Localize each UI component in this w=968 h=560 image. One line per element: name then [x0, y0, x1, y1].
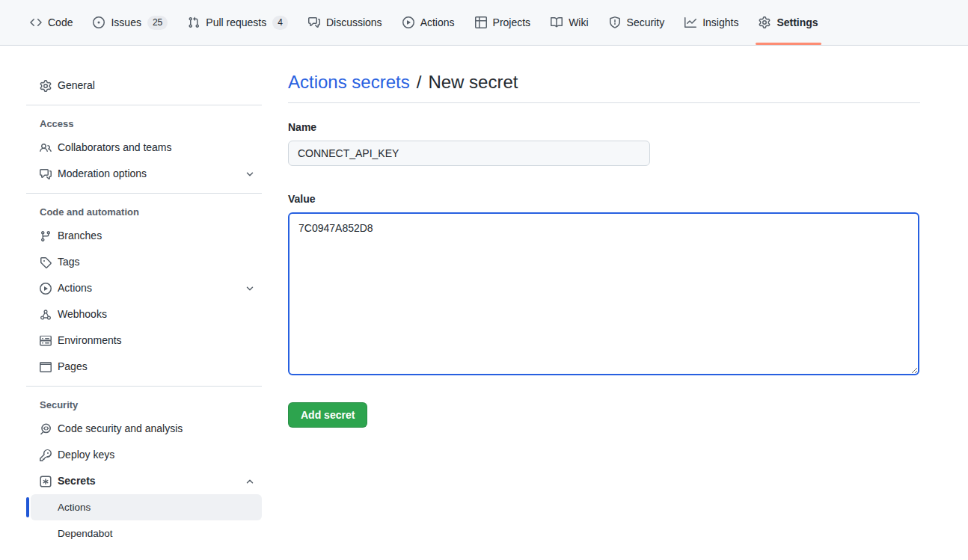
page-title: New secret: [428, 71, 518, 93]
name-label: Name: [288, 120, 920, 135]
value-label: Value: [288, 191, 920, 206]
git-branch-icon: [40, 230, 52, 242]
tab-discussions[interactable]: Discussions: [302, 0, 388, 45]
sidebar-item-label: Pages: [58, 359, 88, 375]
sidebar-section-code-automation: Code and automation: [26, 200, 262, 223]
code-icon: [30, 16, 42, 28]
sidebar-item-label: Deploy keys: [58, 447, 114, 463]
tab-code[interactable]: Code: [24, 0, 79, 45]
asterisk-box-icon: [40, 476, 52, 487]
graph-icon: [684, 16, 696, 28]
sidebar-item-label: Moderation options: [58, 166, 147, 182]
sidebar-item-secrets[interactable]: Secrets: [26, 468, 262, 494]
sidebar-item-label: Environments: [58, 333, 122, 348]
pull-requests-count-badge: 4: [272, 16, 288, 30]
tab-actions[interactable]: Actions: [396, 0, 461, 45]
sidebar-divider: [26, 386, 262, 387]
sidebar-item-moderation-options[interactable]: Moderation options: [26, 161, 262, 187]
tab-label: Discussions: [326, 16, 382, 28]
tab-issues[interactable]: Issues 25: [87, 0, 174, 45]
tab-label: Code: [48, 16, 73, 28]
tab-label: Issues: [111, 16, 141, 28]
tab-label: Wiki: [569, 16, 588, 28]
tab-wiki[interactable]: Wiki: [545, 0, 594, 45]
sidebar-item-code-security[interactable]: Code security and analysis: [26, 416, 262, 442]
repo-nav: Code Issues 25 Pull requests 4 Discussio…: [0, 0, 968, 46]
issues-count-badge: 25: [147, 16, 168, 30]
tab-label: Settings: [776, 16, 818, 28]
sidebar-item-label: Webhooks: [58, 307, 107, 322]
play-icon: [40, 283, 52, 295]
sidebar-item-webhooks[interactable]: Webhooks: [26, 301, 262, 327]
sidebar-subitem-secrets-dependabot[interactable]: Dependabot: [31, 520, 262, 547]
sidebar-section-security: Security: [26, 393, 262, 416]
sidebar-item-label: Actions: [58, 280, 92, 296]
people-icon: [40, 142, 52, 154]
sidebar-item-environments[interactable]: Environments: [26, 327, 262, 354]
settings-sidebar: General Access Collaborators and teams M…: [26, 46, 262, 547]
play-icon: [402, 16, 414, 28]
tab-pull-requests[interactable]: Pull requests 4: [182, 0, 294, 45]
tab-label: Insights: [702, 16, 738, 28]
tag-icon: [40, 256, 52, 268]
sidebar-item-label: Tags: [58, 254, 80, 270]
breadcrumb-separator: /: [417, 71, 422, 93]
tab-insights[interactable]: Insights: [678, 0, 744, 45]
add-secret-button[interactable]: Add secret: [288, 402, 367, 428]
shield-icon: [609, 16, 621, 28]
gear-icon: [40, 80, 52, 92]
server-icon: [40, 335, 52, 347]
tab-label: Projects: [493, 16, 531, 28]
sidebar-item-label: Collaborators and teams: [58, 140, 172, 156]
sidebar-subitem-secrets-actions[interactable]: Actions: [31, 494, 262, 520]
sidebar-item-pages[interactable]: Pages: [26, 354, 262, 380]
key-icon: [40, 449, 52, 461]
sidebar-item-label: Dependabot: [58, 528, 113, 539]
sidebar-section-access: Access: [26, 111, 262, 135]
breadcrumb: Actions secrets / New secret: [288, 71, 920, 93]
chevron-down-icon: [244, 283, 256, 295]
sidebar-item-label: Secrets: [58, 473, 96, 489]
sidebar-divider: [26, 105, 262, 105]
main-content: Actions secrets / New secret Name Value …: [288, 46, 920, 428]
tab-security[interactable]: Security: [603, 0, 671, 45]
book-icon: [551, 16, 563, 28]
tab-settings[interactable]: Settings: [753, 0, 824, 45]
comment-discussion-icon: [40, 168, 52, 180]
sidebar-item-general[interactable]: General: [26, 73, 262, 99]
tab-label: Pull requests: [206, 16, 266, 28]
git-pull-request-icon: [188, 16, 200, 28]
chevron-down-icon: [244, 168, 256, 180]
sidebar-item-label: Code security and analysis: [58, 421, 183, 437]
tab-label: Actions: [420, 16, 455, 28]
webhook-icon: [40, 309, 52, 321]
code-scan-icon: [40, 423, 52, 435]
tab-projects[interactable]: Projects: [469, 0, 537, 45]
sidebar-divider: [26, 193, 262, 194]
gear-icon: [759, 16, 771, 28]
sidebar-item-deploy-keys[interactable]: Deploy keys: [26, 442, 262, 468]
sidebar-item-label: Actions: [58, 502, 91, 513]
secret-name-input[interactable]: [288, 141, 650, 166]
comment-discussion-icon: [308, 16, 320, 28]
sidebar-item-label: Branches: [58, 228, 102, 244]
sidebar-item-branches[interactable]: Branches: [26, 223, 262, 249]
heading-divider: [288, 102, 920, 103]
browser-icon: [40, 361, 52, 373]
sidebar-item-tags[interactable]: Tags: [26, 249, 262, 275]
sidebar-item-collaborators[interactable]: Collaborators and teams: [26, 135, 262, 161]
breadcrumb-actions-secrets-link[interactable]: Actions secrets: [288, 71, 410, 93]
sidebar-item-label: General: [58, 78, 95, 93]
sidebar-item-actions[interactable]: Actions: [26, 275, 262, 301]
tab-label: Security: [627, 16, 665, 28]
issue-opened-icon: [93, 16, 105, 28]
chevron-up-icon: [244, 476, 256, 487]
secret-value-textarea[interactable]: 7C0947A852D8: [288, 212, 919, 375]
table-icon: [475, 16, 487, 28]
